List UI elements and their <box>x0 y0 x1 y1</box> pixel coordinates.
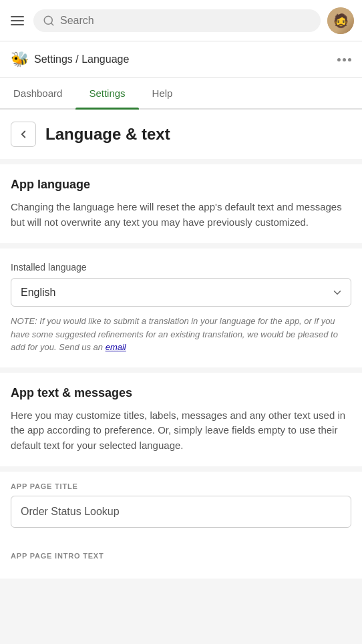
language-select-wrapper: English Spanish French German Italian <box>11 278 351 307</box>
top-bar: 🧔 <box>0 0 362 41</box>
app-language-description: Changing the language here will reset th… <box>11 200 351 230</box>
tab-settings[interactable]: Settings <box>75 78 138 108</box>
tab-bar: Dashboard Settings Help <box>0 78 362 110</box>
more-options-button[interactable] <box>337 58 351 61</box>
app-page-intro-label: APP PAGE INTRO TEXT <box>11 552 351 560</box>
translation-note: NOTE: If you would like to submit a tran… <box>11 315 351 354</box>
app-page-title-label: APP PAGE TITLE <box>11 482 351 490</box>
tab-dashboard[interactable]: Dashboard <box>0 78 75 108</box>
breadcrumb-text: Settings / Language <box>34 53 129 65</box>
back-icon <box>17 128 29 140</box>
app-text-title: App text & messages <box>11 386 351 400</box>
installed-language-section: Installed language English Spanish Frenc… <box>0 249 362 367</box>
email-link[interactable]: email <box>106 342 126 352</box>
page-title: Language & text <box>45 125 170 144</box>
language-select[interactable]: English Spanish French German Italian <box>11 278 351 307</box>
avatar[interactable]: 🧔 <box>327 7 354 34</box>
hamburger-menu[interactable] <box>8 13 27 28</box>
breadcrumb-bar: 🐝 Settings / Language <box>0 41 362 78</box>
app-language-title: App language <box>11 178 351 192</box>
search-input[interactable] <box>60 15 311 27</box>
app-icon: 🐝 <box>11 51 29 68</box>
app-page-title-section: APP PAGE TITLE <box>0 472 362 541</box>
back-button[interactable] <box>11 122 36 147</box>
app-text-description: Here you may customize titles, labels, m… <box>11 408 351 454</box>
breadcrumb: 🐝 Settings / Language <box>11 51 129 68</box>
svg-line-1 <box>51 23 53 25</box>
search-icon <box>43 15 55 27</box>
page-content: Language & text App language Changing th… <box>0 110 362 579</box>
page-header: Language & text <box>0 110 362 159</box>
tab-help[interactable]: Help <box>139 78 186 108</box>
search-container <box>33 9 321 32</box>
app-page-intro-section: APP PAGE INTRO TEXT <box>0 541 362 579</box>
installed-language-label: Installed language <box>11 262 351 273</box>
app-text-section: App text & messages Here you may customi… <box>0 373 362 467</box>
app-language-section: App language Changing the language here … <box>0 164 362 243</box>
app-page-title-input[interactable] <box>11 496 351 528</box>
